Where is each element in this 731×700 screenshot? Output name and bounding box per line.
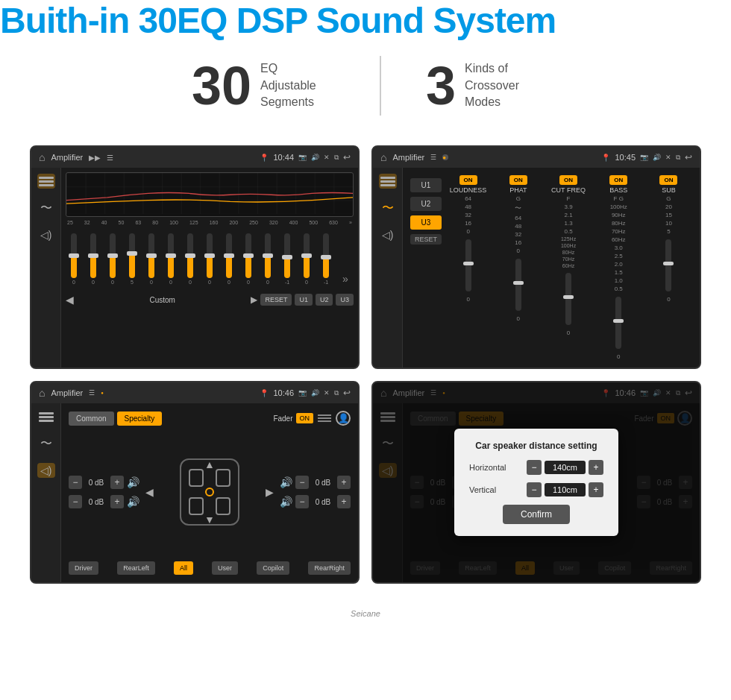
u2-button-1[interactable]: U2 [316,294,333,306]
dup-icon-2: ⧉ [676,154,680,162]
db-plus-bl[interactable]: + [110,495,124,508]
channel-cutfreq: ON CUT FREQ F 3.9 2.1 1.3 0.5 125Hz 100H… [545,175,592,360]
speaker-tr: 🔊 [280,476,292,488]
db-plus-tl[interactable]: + [110,476,124,489]
back-icon-3[interactable]: ↩ [343,388,351,398]
horizontal-plus[interactable]: + [589,460,603,475]
phat-toggle[interactable]: ON [509,175,527,185]
home-icon-3[interactable] [39,386,45,400]
bass-toggle[interactable]: ON [609,175,627,185]
copilot-btn[interactable]: Copilot [257,561,289,575]
dialog-overlay: Car speaker distance setting Horizontal … [373,382,700,582]
all-btn[interactable]: All [174,561,193,575]
db-minus-bl[interactable]: − [69,495,82,508]
cutfreq-toggle[interactable]: ON [559,175,577,185]
screenshot-grid: Amplifier ▶ ☰ 📍 10:44 📷 🔊 ✕ ⧉ ↩ [0,138,731,606]
left-db-controls: − 0 dB + 🔊 − 0 dB + 🔊 [69,476,139,508]
eq-icon-3[interactable] [37,409,55,424]
loudness-label: LOUDNESS [450,186,487,194]
u1-button-1[interactable]: U1 [295,294,313,306]
sub-slider[interactable] [665,239,671,291]
home-icon-2[interactable] [380,151,386,164]
dot-icon: ● [442,154,448,160]
location-icon-3: 📍 [260,389,269,397]
eq-graph [66,172,354,217]
confirm-button[interactable]: Confirm [503,505,570,524]
u3-preset[interactable]: U3 [410,215,442,230]
sub-toggle[interactable]: ON [659,175,677,185]
user-btn[interactable]: User [212,561,238,575]
channel-loudness: ON LOUDNESS 64 48 32 16 0 [445,175,492,360]
vertical-plus[interactable]: + [589,482,603,497]
bass-label: BASS [609,186,627,194]
back-icon-2[interactable]: ↩ [685,152,692,163]
arrow-down[interactable]: ▼ [204,514,215,526]
back-icon[interactable]: ↩ [343,152,351,163]
horizontal-minus[interactable]: − [527,460,542,475]
balance-middle: − 0 dB + 🔊 − 0 dB + 🔊 [69,429,351,555]
eq-icon-2[interactable] [379,174,397,189]
rearleft-btn[interactable]: RearLeft [117,561,155,575]
vertical-minus[interactable]: − [527,482,542,497]
u2-preset[interactable]: U2 [410,197,442,211]
db-val-tl: 0 dB [85,479,107,487]
bass-vals: 100Hz 90Hz 80Hz 70Hz 60Hz [610,204,627,243]
time-3: 10:46 [273,388,294,397]
db-minus-br[interactable]: − [295,495,309,508]
specialty-tab[interactable]: Specialty [117,412,163,426]
common-tab[interactable]: Common [69,412,114,426]
loudness-slider[interactable] [465,239,471,291]
db-row-bl: − 0 dB + 🔊 [69,495,139,508]
seat-front-left [189,469,204,487]
balance-main: Common Specialty Fader ON 👤 [61,403,358,582]
rearright-btn[interactable]: RearRight [308,561,351,575]
eq-sliders: 0 0 0 [66,228,354,288]
status-bar-3: Amplifier ☰ ● 📍 10:46 📷 🔊 ✕ ⧉ ↩ [31,382,358,403]
person-icon: 👤 [336,411,351,426]
wave-icon[interactable]: 〜 [37,201,55,215]
driver-btn[interactable]: Driver [69,561,98,575]
speaker-icon[interactable]: ◁) [37,227,55,242]
bass-slider[interactable] [615,297,621,349]
fader-toggle[interactable]: ON [296,413,314,423]
db-minus-tr[interactable]: − [295,476,309,489]
u1-preset[interactable]: U1 [410,178,442,192]
reset-crossover[interactable]: RESET [410,234,442,245]
play-icon-2[interactable]: ▶ [251,294,257,305]
vertical-control: − 110cm + [527,482,603,497]
balance-crosshair[interactable] [205,488,214,496]
arrow-left[interactable]: ◀ [145,486,154,498]
prev-icon[interactable]: ◀ [66,294,74,306]
cutfreq-slider[interactable] [565,273,571,325]
home-icon[interactable] [39,151,45,164]
channel-bass: ON BASS F G 100Hz 90Hz 80Hz 70Hz 60Hz [595,175,642,360]
db-plus-tr[interactable]: + [337,476,351,489]
wave-icon-2[interactable]: 〜 [379,201,397,215]
speaker-icon-3[interactable]: ◁) [37,463,55,478]
stats-row: 30 EQ AdjustableSegments 3 Kinds ofCross… [0,41,731,138]
dup-icon: ⧉ [334,154,339,162]
eq-slider-12: 0 [298,233,315,285]
arrow-right[interactable]: ▶ [266,486,274,498]
speaker-icon-2[interactable]: ◁) [379,227,397,242]
speaker-btns-row: Driver RearLeft All User Copilot RearRig… [69,561,351,575]
eq-slider-2: 0 [104,233,121,285]
phat-vals: 64 48 32 16 0 [515,215,521,254]
phat-label: PHAT [509,186,527,194]
reset-button-1[interactable]: RESET [260,294,292,306]
eq-icon[interactable] [37,174,55,189]
wave-icon-3[interactable]: 〜 [37,436,55,451]
eq-slider-4: 0 [143,233,160,285]
horizontal-label: Horizontal [469,463,506,472]
channel-phat: ON PHAT G 〜 64 48 32 16 0 [495,175,542,360]
volume-icon: 🔊 [311,154,319,161]
phat-slider[interactable] [515,259,521,311]
loudness-toggle[interactable]: ON [459,175,477,185]
settings-icon: ☰ [430,154,436,161]
eq-slider-10: 0 [260,233,276,285]
u3-button-1[interactable]: U3 [336,294,354,306]
db-minus-tl[interactable]: − [69,476,82,489]
db-plus-br[interactable]: + [337,495,351,508]
dot-icon-3: ● [101,391,104,395]
screen-balance: Amplifier ☰ ● 📍 10:46 📷 🔊 ✕ ⧉ ↩ [30,381,360,584]
